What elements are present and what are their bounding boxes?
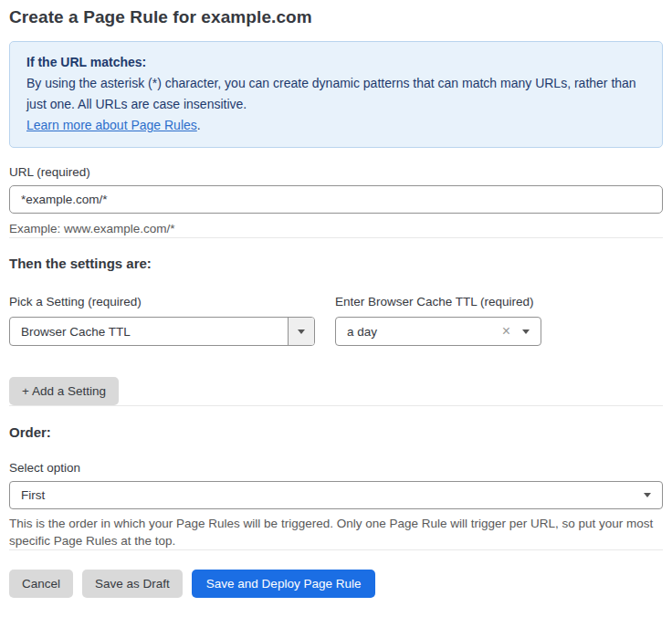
order-select-label: Select option: [9, 461, 663, 475]
ttl-select-label: Enter Browser Cache TTL (required): [335, 295, 541, 308]
save-as-draft-button[interactable]: Save as Draft: [82, 570, 183, 598]
chevron-down-icon: [522, 329, 530, 334]
url-match-info-box: If the URL matches: By using the asteris…: [9, 41, 663, 148]
learn-more-link[interactable]: Learn more about Page Rules: [26, 118, 197, 132]
save-and-deploy-button[interactable]: Save and Deploy Page Rule: [192, 570, 376, 598]
setting-select-value: Browser Cache TTL: [10, 325, 288, 339]
chevron-down-icon: [298, 329, 305, 334]
order-section-heading: Order:: [9, 424, 663, 440]
chevron-down-icon: [644, 493, 651, 497]
divider: [9, 549, 663, 550]
info-box-link-line: Learn more about Page Rules.: [26, 115, 646, 136]
footer-actions: Cancel Save as Draft Save and Deploy Pag…: [9, 570, 663, 598]
setting-select[interactable]: Browser Cache TTL: [9, 317, 315, 346]
order-select[interactable]: First: [9, 481, 663, 509]
clear-icon[interactable]: ×: [502, 324, 510, 339]
settings-row: Pick a Setting (required) Browser Cache …: [9, 295, 663, 346]
add-setting-button[interactable]: + Add a Setting: [9, 377, 119, 405]
divider: [9, 405, 663, 406]
page-rule-form: Create a Page Rule for example.com If th…: [0, 0, 672, 598]
info-box-body-text: By using the asterisk (*) character, you…: [26, 76, 636, 111]
setting-picker-column: Pick a Setting (required) Browser Cache …: [9, 295, 315, 346]
page-title: Create a Page Rule for example.com: [9, 7, 663, 27]
setting-select-label: Pick a Setting (required): [9, 295, 315, 308]
settings-section-heading: Then the settings are:: [9, 256, 663, 271]
url-input[interactable]: [9, 185, 663, 214]
info-box-heading: If the URL matches:: [26, 52, 646, 73]
ttl-picker-column: Enter Browser Cache TTL (required) a day…: [335, 295, 541, 346]
ttl-select[interactable]: a day ×: [335, 317, 541, 346]
link-suffix: .: [197, 118, 201, 132]
info-box-body: By using the asterisk (*) character, you…: [26, 73, 646, 115]
url-example-helper: Example: www.example.com/*: [9, 220, 663, 237]
ttl-select-value: a day: [336, 325, 502, 339]
order-helper-text: This is the order in which your Page Rul…: [9, 515, 663, 549]
cancel-button[interactable]: Cancel: [9, 570, 73, 598]
order-select-value: First: [10, 488, 644, 502]
url-field-label: URL (required): [9, 165, 663, 179]
divider: [9, 237, 663, 238]
setting-select-arrow-button[interactable]: [288, 318, 314, 345]
